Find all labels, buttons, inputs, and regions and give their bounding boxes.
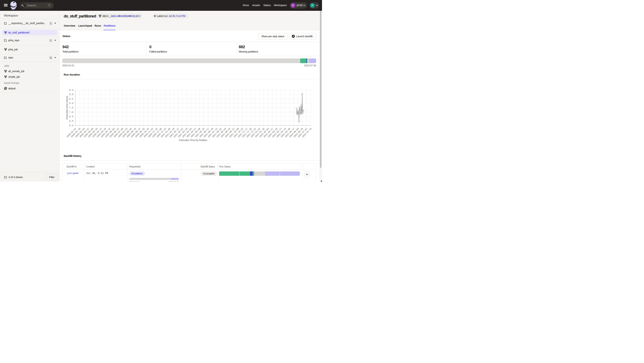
svg-text:Execution time (secs): Execution time (secs): [66, 96, 68, 119]
svg-text:7.5: 7.5: [69, 106, 73, 109]
svg-text:5.5: 5.5: [69, 124, 73, 127]
svg-text:8.5: 8.5: [69, 98, 73, 100]
svg-text:9.5: 9.5: [69, 89, 73, 92]
svg-text:Execution Time by Partition: Execution Time by Partition: [179, 139, 207, 142]
svg-text:8.0: 8.0: [69, 102, 73, 105]
svg-text:6.0: 6.0: [69, 120, 73, 122]
svg-text:9.0: 9.0: [69, 93, 73, 96]
svg-text:7.0: 7.0: [69, 111, 73, 114]
svg-text:6.5: 6.5: [69, 115, 73, 118]
